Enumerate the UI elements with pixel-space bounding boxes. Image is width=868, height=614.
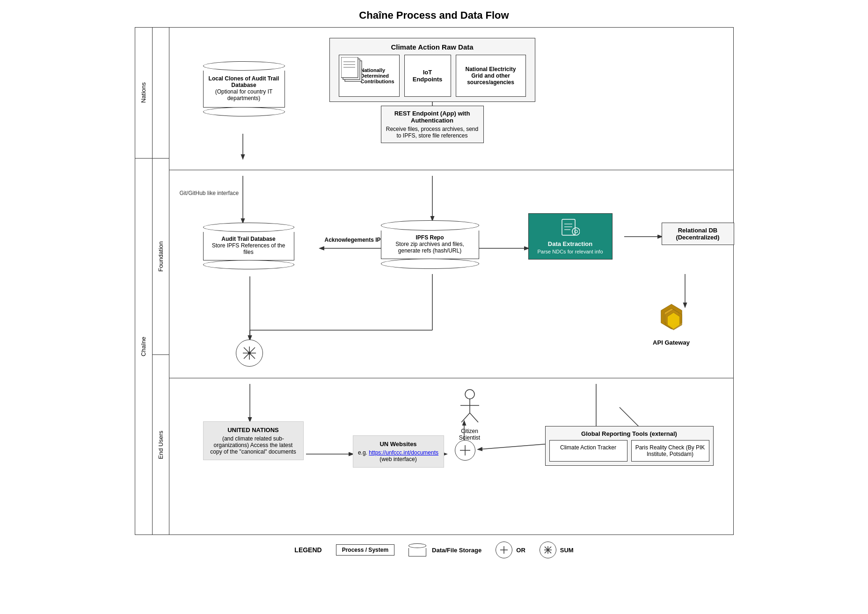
cat-box: Climate Action Tracker — [549, 440, 627, 462]
ipfs-cylinder: IPFS Repo Store zip archives and files, … — [381, 220, 479, 269]
iot-box: IoT Endpoints — [404, 55, 451, 97]
svg-point-22 — [572, 228, 580, 235]
rest-endpoint-box: REST Endpoint (App) with Authentication … — [381, 106, 484, 143]
page-title: Chaîne Process and Data Flow — [135, 9, 734, 22]
endusers-label: End Users — [153, 355, 169, 535]
raw-data-box: Climate Action Raw Data — [329, 38, 535, 102]
legend-or: OR — [496, 542, 525, 558]
legend-bar: LEGEND Process / System Data/File Storag… — [135, 542, 734, 558]
grid-box: National Electricity Grid and other sour… — [456, 55, 526, 97]
un-websites-box: UN Websites e.g. https://unfccc.int/docu… — [353, 435, 444, 468]
svg-rect-18 — [562, 219, 575, 235]
ndc-label: Nationally Determined Contributions — [361, 67, 396, 84]
nations-label: Nations — [135, 28, 152, 159]
un-box: UNITED NATIONS (and climate related sub-… — [203, 421, 304, 460]
unfccc-link[interactable]: https://unfccc.int/documents — [369, 449, 438, 456]
legend-sum: SUM — [540, 542, 574, 558]
nations-row: Climate Action Raw Data — [169, 28, 733, 170]
ndc-box: Nationally Determined Contributions — [339, 55, 400, 97]
legend-process: Process / System — [336, 544, 394, 556]
relational-db-box: Relational DB (Decentralized) — [662, 223, 734, 245]
grid-label: National Electricity Grid and other sour… — [459, 66, 523, 86]
foundation-row: Git/GitHub like interface Audit Trail Da… — [169, 170, 733, 378]
paris-box: Paris Reality Check (By PIK Institute, P… — [631, 440, 709, 462]
svg-line-46 — [470, 413, 478, 422]
or-symbol — [455, 440, 475, 461]
endusers-row: UNITED NATIONS (and climate related sub-… — [169, 378, 733, 535]
audit-clone-cylinder: Local Clones of Audit Trail Database (Op… — [203, 61, 285, 116]
global-reporting-box: Global Reporting Tools (external) Climat… — [545, 426, 714, 466]
data-extraction-box: Data Extraction Parse NDCs for relevant … — [528, 213, 613, 260]
xor-gate — [236, 340, 263, 367]
svg-point-42 — [465, 390, 474, 399]
foundation-label: Foundation — [153, 159, 169, 355]
svg-line-45 — [461, 413, 470, 422]
api-gateway-icon: API Gateway — [653, 302, 690, 346]
raw-data-title: Climate Action Raw Data — [335, 43, 530, 51]
citizen-scientist: Citizen Scientist — [451, 389, 489, 441]
audit-db-cylinder: Audit Trail Database Store IPFS Referenc… — [203, 223, 294, 269]
legend-storage: Data/File Storage — [408, 543, 481, 556]
git-label: Git/GitHub like interface — [180, 190, 239, 196]
chaine-label: Chaîne — [135, 159, 152, 535]
